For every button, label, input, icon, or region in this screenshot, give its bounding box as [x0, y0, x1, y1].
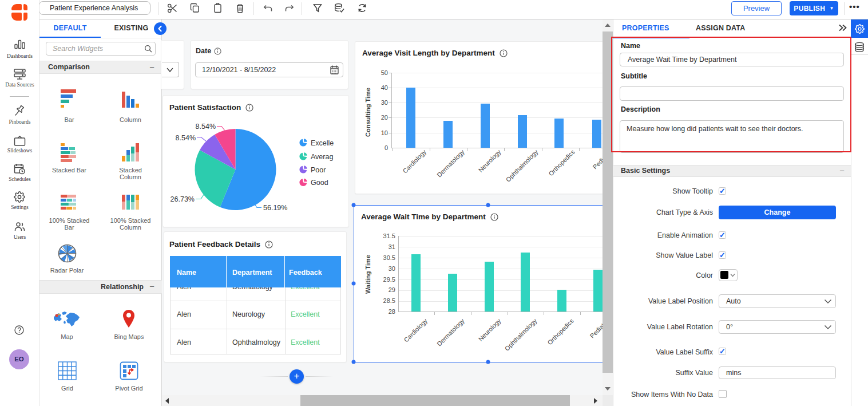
svg-text:8.54%: 8.54% [196, 123, 216, 131]
svg-text:Averag: Averag [311, 153, 333, 161]
svg-text:8.54%: 8.54% [176, 134, 196, 142]
svg-text:56.19%: 56.19% [263, 204, 287, 212]
svg-text:Excelle: Excelle [311, 139, 334, 147]
svg-text:Good: Good [311, 179, 328, 187]
svg-text:26.73%: 26.73% [171, 195, 195, 203]
svg-text:Poor: Poor [311, 166, 326, 174]
